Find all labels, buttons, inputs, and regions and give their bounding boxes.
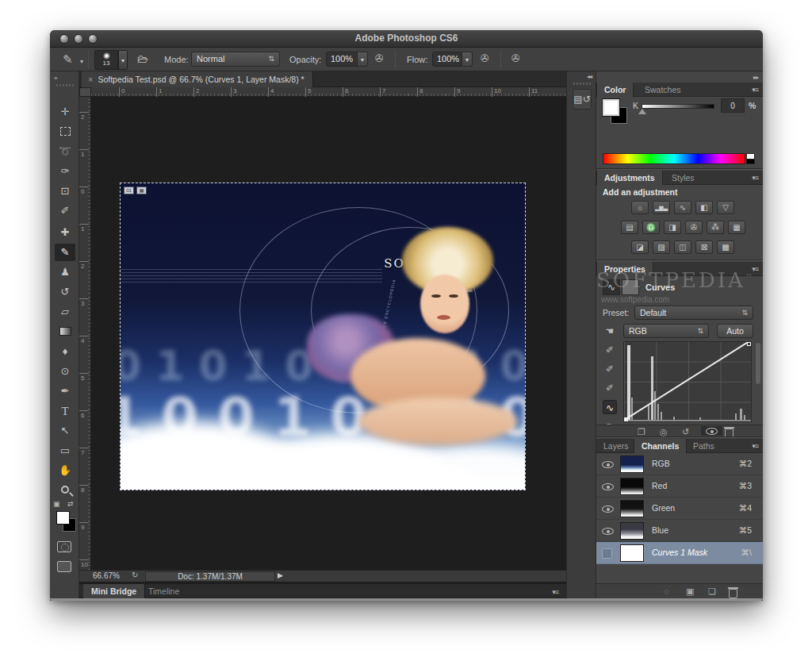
auto-button[interactable]: Auto: [717, 324, 753, 338]
expand-dock-icon[interactable]: ▸▸: [753, 74, 758, 81]
title-bar[interactable]: Adobe Photoshop CS6: [50, 30, 763, 48]
foreground-color-swatch[interactable]: [56, 511, 70, 525]
new-channel-icon[interactable]: ❏: [708, 586, 716, 597]
eye-icon[interactable]: [602, 528, 614, 535]
toggle-visibility-icon[interactable]: [701, 426, 722, 436]
collapse-toolbox-icon[interactable]: »: [54, 75, 56, 82]
channel-row-green[interactable]: Green ⌘4: [596, 498, 763, 520]
tool-healing-brush[interactable]: ✚: [55, 224, 75, 241]
tab-adjustments[interactable]: Adjustments: [596, 171, 663, 185]
panel-menu-icon[interactable]: ▾≡: [752, 442, 758, 450]
panel-menu-icon[interactable]: ▾≡: [752, 174, 758, 182]
toggle-brush-panel-icon[interactable]: 🗁: [137, 52, 148, 65]
channel-thumbnail[interactable]: [620, 456, 644, 473]
adjustment-hue-saturation-icon[interactable]: ▤: [621, 221, 638, 234]
color-foreground-swatch[interactable]: [603, 99, 619, 116]
k-value-field[interactable]: 0: [721, 98, 745, 113]
tool-eyedropper[interactable]: ✐: [55, 202, 75, 220]
tool-brush-selected[interactable]: ✎: [55, 244, 75, 261]
tool-type[interactable]: T: [55, 402, 75, 420]
k-slider-thumb[interactable]: [638, 109, 646, 114]
spectrum-black-swatch[interactable]: [746, 159, 755, 164]
load-selection-icon[interactable]: ◌: [664, 586, 669, 596]
visibility-checkbox[interactable]: [602, 548, 612, 559]
opacity-value[interactable]: 100%: [326, 52, 358, 67]
quick-mask-mode-icon[interactable]: [57, 541, 71, 552]
tool-history-brush[interactable]: ↺: [55, 283, 75, 301]
k-slider-track[interactable]: [642, 104, 714, 109]
tab-swatches[interactable]: Swatches: [638, 83, 688, 97]
status-popup-arrow-icon[interactable]: ▶: [278, 571, 283, 579]
screen-mode-icon[interactable]: [57, 561, 71, 572]
eye-icon[interactable]: [602, 505, 614, 513]
status-sync-icon[interactable]: ↻: [132, 571, 138, 579]
color-spectrum-ramp[interactable]: [603, 153, 745, 164]
channel-row-blue[interactable]: Blue ⌘5: [596, 520, 763, 542]
adjustment-channel-mixer-icon[interactable]: ⁂: [707, 221, 724, 234]
vertical-ruler[interactable]: 2 1 0 1 2 3 4 5 6 7 8 9 10: [79, 97, 91, 570]
tool-crop[interactable]: ⊡: [55, 183, 75, 200]
eye-icon[interactable]: [602, 461, 614, 468]
dock-grip[interactable]: [573, 83, 591, 85]
tool-lasso[interactable]: ➰: [55, 143, 75, 160]
channel-select[interactable]: RGB⇅: [623, 324, 709, 338]
document-tab[interactable]: ×Softpedia Test.psd @ 66.7% (Curves 1, L…: [82, 71, 313, 87]
tool-path-selection[interactable]: ↖: [55, 422, 75, 440]
swap-colors-icon[interactable]: ⇄: [67, 500, 73, 508]
curve-point-shadow[interactable]: [624, 417, 628, 421]
panel-menu-icon[interactable]: ▾≡: [552, 588, 558, 596]
tool-hand[interactable]: ✋: [55, 462, 75, 479]
tool-dodge[interactable]: ⊙: [55, 363, 75, 380]
tab-properties[interactable]: Properties: [596, 262, 653, 276]
white-point-eyedropper-icon[interactable]: ✐: [603, 381, 617, 395]
document-size-indicator[interactable]: Doc: 1.37M/1.37M: [145, 571, 275, 582]
tab-paths[interactable]: Paths: [686, 439, 722, 453]
curves-graph[interactable]: [623, 341, 752, 422]
panel-menu-icon[interactable]: ▾≡: [752, 265, 758, 273]
preset-select[interactable]: Default⇅: [634, 306, 753, 320]
eye-icon[interactable]: [602, 483, 614, 490]
gray-point-eyedropper-icon[interactable]: ✐: [603, 362, 617, 376]
channel-row-red[interactable]: Red ⌘3: [596, 475, 763, 498]
tab-color[interactable]: Color: [596, 83, 634, 97]
pressure-size-icon[interactable]: ✇: [511, 52, 520, 64]
black-point-eyedropper-icon[interactable]: ✐: [603, 343, 617, 357]
adjustment-gradient-map-icon[interactable]: ⊠: [695, 240, 713, 254]
channel-thumbnail[interactable]: [620, 478, 644, 495]
adjustment-photo-filter-icon[interactable]: ✇: [685, 221, 703, 234]
tab-mini-bridge[interactable]: Mini Bridge: [83, 584, 145, 598]
toolbox-grip[interactable]: [56, 84, 74, 86]
adjustment-posterize-icon[interactable]: ▨: [653, 240, 670, 254]
canvas-pasteboard[interactable]: 01 ▦ WEB ENCYCLOPEDIA SOFTPEDIA™ www.sof…: [91, 97, 566, 570]
blend-mode-select[interactable]: Normal⇅: [191, 52, 280, 67]
adjustment-levels-icon[interactable]: ▂▆▃: [653, 201, 670, 214]
zoom-level[interactable]: 66.67%: [93, 571, 120, 580]
tool-quick-selection[interactable]: ✑: [55, 163, 75, 180]
adjustment-curves-icon[interactable]: ∿: [674, 201, 691, 214]
flow-dropdown-arrow[interactable]: ▼: [462, 52, 473, 67]
adjustment-black-white-icon[interactable]: ◨: [664, 221, 681, 234]
ruler-corner[interactable]: [79, 87, 91, 97]
adjustment-color-balance-icon[interactable]: ♎: [642, 221, 660, 234]
history-panel-button[interactable]: ▤↺: [573, 89, 592, 110]
tool-rectangle[interactable]: ▭: [55, 442, 75, 459]
save-selection-icon[interactable]: ▣: [686, 586, 694, 597]
adjustment-exposure-icon[interactable]: ◧: [695, 201, 713, 214]
default-colors-icon[interactable]: ▣: [53, 500, 59, 508]
tab-timeline[interactable]: Timeline: [140, 584, 187, 598]
foreground-background-colors[interactable]: [50, 511, 79, 535]
tab-layers[interactable]: Layers: [596, 439, 636, 453]
curve-line[interactable]: [624, 341, 752, 421]
adjustment-threshold-icon[interactable]: ◫: [674, 240, 691, 254]
tool-blur[interactable]: ♦: [55, 343, 75, 360]
curve-point-highlight[interactable]: [747, 342, 751, 346]
brush-preset-picker[interactable]: 13: [94, 50, 118, 70]
document-image[interactable]: 01 ▦ WEB ENCYCLOPEDIA SOFTPEDIA™ www.sof…: [121, 183, 525, 490]
tool-move[interactable]: ✛: [55, 103, 75, 121]
airbrush-icon[interactable]: ✇: [481, 52, 489, 64]
tab-styles[interactable]: Styles: [665, 171, 702, 185]
channel-row-curves-mask-selected[interactable]: Curves 1 Mask ⌘\: [596, 542, 763, 564]
horizontal-ruler[interactable]: 0 1 2 3 4 5 6 7 8 9 10 11: [91, 87, 566, 97]
tool-eraser[interactable]: ▱: [55, 303, 75, 321]
tool-clone-stamp[interactable]: ♟: [55, 263, 75, 281]
